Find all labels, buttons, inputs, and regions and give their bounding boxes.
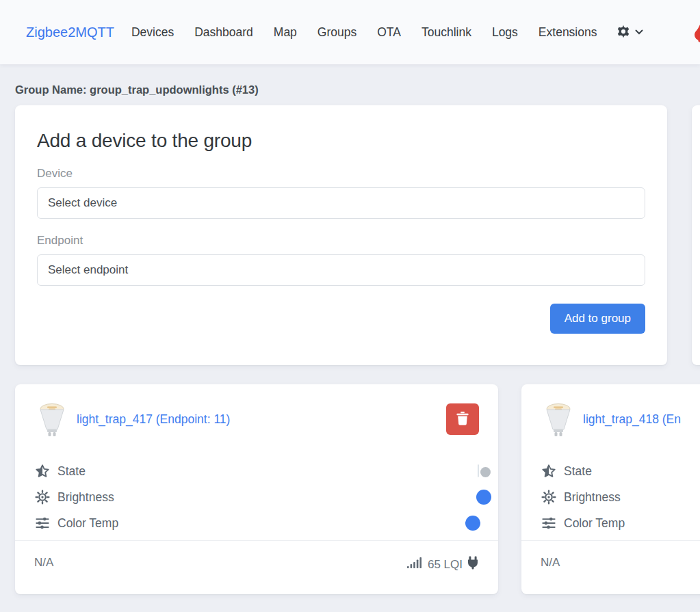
color-temp-row: Color Temp [34,510,479,536]
nav-menu: Devices Dashboard Map Groups OTA Touchli… [121,20,608,45]
trash-icon [456,412,469,427]
state-toggle[interactable] [478,464,479,477]
nav-item-touchlink[interactable]: Touchlink [411,20,482,45]
state-row: State [541,458,700,484]
device-select-value: Select device [48,196,117,210]
device-card-footer: N/A 65 LQI [15,540,498,594]
signal-bars-icon [407,557,424,572]
star-half-icon [34,464,51,479]
restart-alert-icon[interactable] [692,25,700,45]
endpoint-select[interactable]: Select endpoint [37,254,645,286]
sliders-icon [34,516,51,531]
color-temp-label: Color Temp [57,516,118,531]
brightness-label: Brightness [564,490,621,505]
device-field-label: Device [37,167,645,181]
nav-item-extensions[interactable]: Extensions [528,20,608,45]
form-row: Add a device to the group Device Select … [15,105,685,365]
remove-from-group-button[interactable] [446,403,479,435]
main-content: Group Name: group_trap_updownlights (#13… [0,83,700,594]
device-card-footer: N/A [521,540,700,594]
device-card: light_trap_417 (Endpoint: 11) [15,384,498,594]
brightness-row: Brightness [541,484,700,510]
device-link[interactable]: light_trap_417 (Endpoint: 11) [77,412,230,427]
state-label: State [57,464,86,479]
add-to-group-button[interactable]: Add to group [550,304,645,334]
nav-item-map[interactable]: Map [263,20,307,45]
navbar: Zigbee2MQTT Devices Dashboard Map Groups… [0,0,700,64]
last-seen-value: N/A [34,556,53,570]
nav-item-ota[interactable]: OTA [367,20,411,45]
endpoint-field-label: Endpoint [37,234,645,248]
brightness-label: Brightness [57,490,114,505]
bulb-icon [34,401,70,438]
brightness-slider-thumb[interactable] [476,490,491,505]
state-row: State [34,458,479,484]
page-title: Group Name: group_trap_updownlights (#13… [15,83,685,96]
device-link[interactable]: light_trap_418 (En [583,412,681,427]
brightness-gear-icon [541,490,557,505]
nav-item-devices[interactable]: Devices [121,20,184,45]
nav-item-dashboard[interactable]: Dashboard [184,20,263,45]
nav-item-logs[interactable]: Logs [482,20,528,45]
state-label: State [564,464,592,479]
lqi-value: 65 LQI [428,558,463,572]
endpoint-select-value: Select endpoint [48,263,128,277]
plug-icon [467,556,479,573]
nav-item-groups[interactable]: Groups [307,20,367,45]
brightness-gear-icon [34,490,51,505]
brightness-row: Brightness [34,484,479,510]
bulb-icon [541,401,576,438]
color-temp-slider-thumb[interactable] [465,516,480,531]
device-card: light_trap_418 (En [521,384,700,594]
last-seen-value: N/A [541,556,560,570]
add-device-title: Add a device to the group [37,130,645,152]
sliders-icon [541,516,557,531]
brand-link[interactable]: Zigbee2MQTT [26,25,114,40]
chevron-down-icon [635,29,643,35]
partial-card [692,105,700,365]
settings-dropdown-toggle[interactable] [615,24,643,40]
star-half-icon [541,464,557,479]
color-temp-row: Color Temp [541,510,700,536]
gear-icon [615,24,632,40]
add-device-card: Add a device to the group Device Select … [15,105,667,365]
color-temp-label: Color Temp [564,516,625,531]
device-select[interactable]: Select device [37,187,645,219]
device-cards-row: light_trap_417 (Endpoint: 11) [15,384,685,594]
